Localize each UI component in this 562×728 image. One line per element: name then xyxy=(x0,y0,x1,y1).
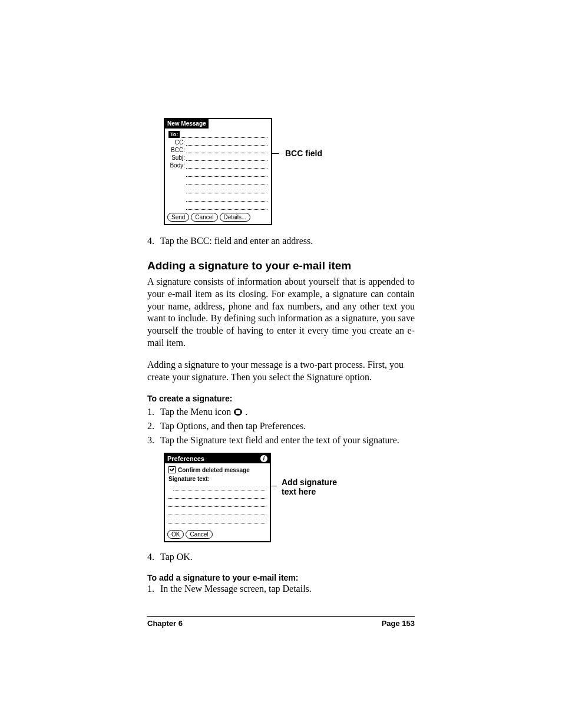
bcc-field-line xyxy=(186,147,267,153)
page-footer: Chapter 6 Page 153 xyxy=(147,616,415,628)
subj-field-line xyxy=(186,155,267,161)
paragraph: Adding a signature to your message is a … xyxy=(147,359,415,384)
step-text-post: . xyxy=(245,407,247,417)
step-text: In the New Message screen, tap Details. xyxy=(160,584,312,594)
footer-chapter: Chapter 6 xyxy=(147,619,183,628)
menu-icon xyxy=(234,409,242,416)
cc-label: CC: xyxy=(168,139,186,146)
body-line xyxy=(186,196,267,202)
body-line xyxy=(186,171,267,177)
footer-page: Page 153 xyxy=(382,619,415,628)
ok-button: OK xyxy=(167,530,184,539)
cancel-button: Cancel xyxy=(191,213,217,222)
step-number: 3. xyxy=(147,435,160,446)
cancel-button: Cancel xyxy=(186,530,212,539)
step-number: 1. xyxy=(147,407,160,417)
confirm-checkbox xyxy=(168,466,176,473)
preferences-screenshot: Preferences i Confirm deleted message Si… xyxy=(164,453,271,542)
screenshot-title: Preferences xyxy=(167,455,204,462)
body-label: Body: xyxy=(168,162,186,169)
callout-leader xyxy=(271,486,277,486)
body-field-line xyxy=(186,163,267,169)
subj-label: Subj: xyxy=(168,154,186,161)
step-text: Tap the Menu icon . xyxy=(160,407,247,417)
callout-line2: text here xyxy=(282,487,316,496)
callout-line1: Add signature xyxy=(282,477,337,487)
new-message-screenshot: New Message To: CC: BCC: Subj: Body: Sen… xyxy=(164,118,272,225)
body-line xyxy=(186,204,267,210)
step-number: 4. xyxy=(147,552,160,562)
step-text: Tap the Signature text field and enter t… xyxy=(160,435,399,446)
screenshot-title: New Message xyxy=(165,119,209,129)
signature-line xyxy=(168,509,266,515)
paragraph: A signature consists of information abou… xyxy=(147,276,415,350)
callout-leader xyxy=(272,153,279,154)
step-text: Tap the BCC: field and enter an address. xyxy=(160,236,313,246)
signature-text-label: Signature text: xyxy=(165,475,270,483)
step-text: Tap OK. xyxy=(160,552,193,562)
signature-line xyxy=(173,485,266,490)
to-field-line xyxy=(181,132,267,138)
body-line xyxy=(186,187,267,193)
subheading: To add a signature to your e-mail item: xyxy=(147,573,415,582)
section-heading: Adding a signature to your e-mail item xyxy=(147,259,415,272)
to-label: To: xyxy=(168,131,180,138)
step-number: 2. xyxy=(147,421,160,431)
cc-field-line xyxy=(186,140,267,146)
subheading: To create a signature: xyxy=(147,394,415,403)
body-line xyxy=(186,179,267,185)
step-number: 1. xyxy=(147,584,160,594)
step-text-pre: Tap the Menu icon xyxy=(160,407,233,417)
add-signature-callout: Add signature text here xyxy=(282,477,337,496)
info-icon: i xyxy=(260,455,267,462)
signature-line xyxy=(168,501,266,507)
signature-line xyxy=(168,518,266,523)
confirm-label: Confirm deleted message xyxy=(178,467,250,473)
send-button: Send xyxy=(167,213,189,222)
bcc-field-callout: BCC field xyxy=(285,149,322,158)
bcc-label: BCC: xyxy=(168,147,186,153)
signature-line xyxy=(168,493,266,499)
step-text: Tap Options, and then tap Preferences. xyxy=(160,421,306,431)
step-number: 4. xyxy=(147,236,160,246)
details-button: Details... xyxy=(220,213,251,222)
